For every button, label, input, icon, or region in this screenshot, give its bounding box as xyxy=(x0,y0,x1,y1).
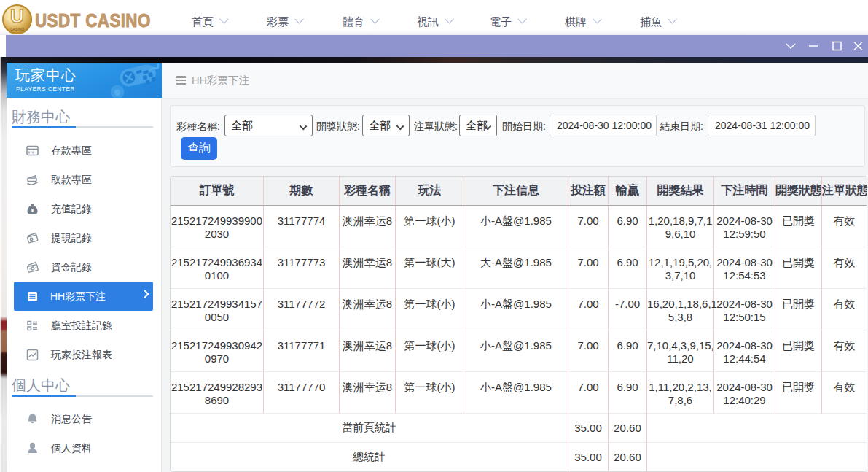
svg-text:¥: ¥ xyxy=(31,207,34,214)
